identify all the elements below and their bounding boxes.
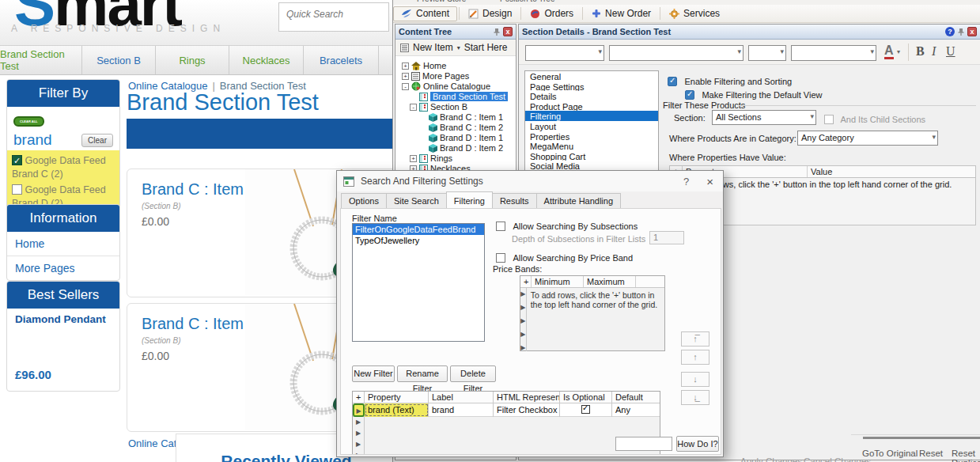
- move-down-button[interactable]: ↓: [681, 372, 709, 387]
- selected-row-marker[interactable]: ▶: [353, 403, 365, 417]
- tab-site-search[interactable]: Site Search: [386, 193, 447, 210]
- cell-label[interactable]: brand: [429, 403, 494, 417]
- checkbox-brand-c[interactable]: [12, 155, 22, 165]
- enable-filtering-row[interactable]: Enable Filtering and Sorting: [668, 74, 792, 88]
- link-home[interactable]: Home: [7, 232, 119, 256]
- font-format-dropdown[interactable]: ▾: [791, 45, 876, 61]
- toolbar-new-order-button[interactable]: New Order: [585, 6, 658, 21]
- tree-node-section-b[interactable]: - Section B: [410, 101, 467, 112]
- tree-node-brand-section-test[interactable]: Brand Section Test: [419, 91, 508, 102]
- clear-all-pill[interactable]: CLEAR ALL: [13, 116, 44, 127]
- toolbar-services-button[interactable]: Services: [662, 6, 727, 21]
- is-optional-checkbox[interactable]: ✓: [581, 405, 590, 414]
- chevron-down-icon[interactable]: ▾: [457, 44, 460, 51]
- expander-icon[interactable]: +: [410, 155, 417, 162]
- nav-item-general[interactable]: General: [525, 71, 658, 81]
- dialog-close-button[interactable]: ×: [703, 175, 717, 188]
- nav-item-product-page[interactable]: Product Page: [525, 101, 658, 112]
- allow-price-band-checkbox[interactable]: [496, 253, 505, 263]
- tab-results[interactable]: Results: [492, 193, 537, 210]
- grid-data-row[interactable]: ▶ brand (Text) brand Filter Checkbox ✓ A…: [353, 403, 660, 417]
- tree-node-more-pages[interactable]: + More Pages: [402, 70, 469, 81]
- nav-item-megamenu[interactable]: MegaMenu: [525, 141, 658, 151]
- tab-options[interactable]: Options: [341, 193, 387, 210]
- filter-list-item[interactable]: TypeOfJewellery: [353, 235, 484, 246]
- top-strip-position-to-tree[interactable]: Position to Tree: [500, 0, 554, 3]
- tree-node-rings[interactable]: + Rings: [410, 153, 452, 164]
- delete-filter-button[interactable]: Delete Filter: [450, 365, 496, 382]
- clear-brand-filter-button[interactable]: Clear: [81, 134, 113, 147]
- italic-button[interactable]: I: [932, 44, 936, 59]
- nav-item-filtering[interactable]: Filtering: [525, 111, 658, 121]
- reset-duplicates-link[interactable]: Reset Duplicates: [952, 449, 980, 462]
- tree-node-brand-c-item-2[interactable]: Brand C : Item 2: [429, 122, 503, 133]
- reset-link[interactable]: Reset: [919, 449, 943, 458]
- hscrollbar-thumb[interactable]: [863, 437, 980, 439]
- dialog-titlebar[interactable]: Search And Filtering Settings ? ×: [337, 171, 723, 191]
- filter-list-item[interactable]: FilterOnGoogleDataFeedBrand: [353, 224, 484, 235]
- new-filter-button[interactable]: New Filter: [352, 365, 395, 382]
- category-dropdown[interactable]: Any Category▾: [797, 131, 938, 146]
- tab-filtering[interactable]: Filtering: [446, 191, 493, 208]
- new-item-button[interactable]: New Item: [413, 42, 453, 53]
- enable-filtering-checkbox[interactable]: [668, 77, 677, 86]
- nav-tab-brand-section-test[interactable]: Brand Section Test: [0, 46, 82, 74]
- bold-button[interactable]: B: [916, 44, 925, 59]
- help-icon[interactable]: ?: [945, 27, 955, 36]
- cell-html-representation[interactable]: Filter Checkbox: [494, 403, 560, 417]
- make-default-checkbox[interactable]: [685, 90, 694, 100]
- top-strip-preview-store[interactable]: Preview Store: [417, 0, 466, 3]
- tree-node-home[interactable]: + Home: [402, 60, 446, 71]
- nav-item-page-settings[interactable]: Page Settings: [525, 81, 658, 92]
- move-bottom-button[interactable]: ↓̲: [681, 390, 709, 405]
- filter-name-listbox[interactable]: FilterOnGoogleDataFeedBrand TypeOfJewell…: [352, 223, 485, 342]
- nav-tab-section-b[interactable]: Section B: [82, 46, 156, 74]
- child-sections-row[interactable]: And Its Child Sections: [824, 112, 925, 126]
- best-seller-name[interactable]: Diamond Pendant: [7, 309, 119, 325]
- depth-input[interactable]: 1: [649, 231, 684, 244]
- font-color-button[interactable]: A: [884, 44, 894, 59]
- chevron-down-icon[interactable]: ▾: [897, 48, 900, 55]
- nav-item-shopping-cart[interactable]: Shopping Cart: [525, 151, 658, 161]
- move-up-button[interactable]: ↑: [681, 350, 709, 365]
- expander-icon[interactable]: +: [402, 62, 409, 70]
- toolbar-design-button[interactable]: Design: [461, 6, 519, 21]
- nav-tab-necklaces[interactable]: Necklaces: [229, 46, 304, 74]
- close-panel-icon[interactable]: x: [967, 27, 977, 36]
- cancel-changes-button[interactable]: Cancel Changes: [804, 456, 871, 462]
- rename-filter-button[interactable]: Rename Filter: [397, 365, 448, 382]
- dialog-help-button[interactable]: ?: [675, 176, 697, 187]
- add-row-button[interactable]: +: [353, 392, 365, 403]
- toolbar-orders-button[interactable]: Orders: [523, 6, 581, 21]
- allow-subsections-row[interactable]: Allow Searching By Subsections: [496, 218, 638, 233]
- filter-option-brand-c[interactable]: Google Data Feed Brand C (2): [12, 154, 115, 181]
- how-do-i-button[interactable]: How Do I?: [676, 436, 719, 452]
- apply-changes-button[interactable]: Apply Changes: [740, 456, 802, 462]
- nav-item-properties[interactable]: Properties: [525, 131, 658, 142]
- nav-item-layout[interactable]: Layout: [525, 121, 658, 131]
- link-more-pages[interactable]: More Pages: [7, 256, 119, 280]
- nav-item-details[interactable]: Details: [525, 91, 658, 101]
- expander-icon[interactable]: -: [410, 104, 417, 111]
- add-row-button[interactable]: +: [520, 276, 532, 287]
- allow-price-band-row[interactable]: Allow Searching By Price Band: [496, 250, 633, 264]
- nav-tab-bracelets[interactable]: Bracelets: [304, 46, 379, 74]
- expander-icon[interactable]: +: [402, 73, 409, 80]
- cell-is-optional[interactable]: ✓: [560, 403, 612, 417]
- dialog-footer-input[interactable]: [615, 437, 672, 451]
- cell-default[interactable]: Any: [612, 403, 660, 417]
- section-dropdown[interactable]: All Sections▾: [712, 110, 816, 125]
- underline-button[interactable]: U: [946, 44, 955, 59]
- tree-node-brand-c-item-1[interactable]: Brand C : Item 1: [429, 112, 503, 123]
- quick-search-input[interactable]: Quick Search: [278, 2, 389, 32]
- font-family-dropdown[interactable]: ▾: [525, 45, 604, 61]
- cell-property[interactable]: brand (Text): [365, 403, 429, 417]
- allow-subsections-checkbox[interactable]: [496, 222, 505, 231]
- start-here-button[interactable]: Start Here: [464, 42, 508, 53]
- nav-tab-rings[interactable]: Rings: [156, 46, 229, 74]
- move-top-button[interactable]: ↑̅: [681, 331, 709, 346]
- pin-icon[interactable]: [957, 28, 965, 36]
- tab-attribute-handling[interactable]: Attribute Handling: [536, 193, 621, 210]
- checkbox-brand-d[interactable]: [12, 184, 22, 195]
- tree-node-brand-d-item-2[interactable]: Brand D : Item 2: [429, 142, 503, 153]
